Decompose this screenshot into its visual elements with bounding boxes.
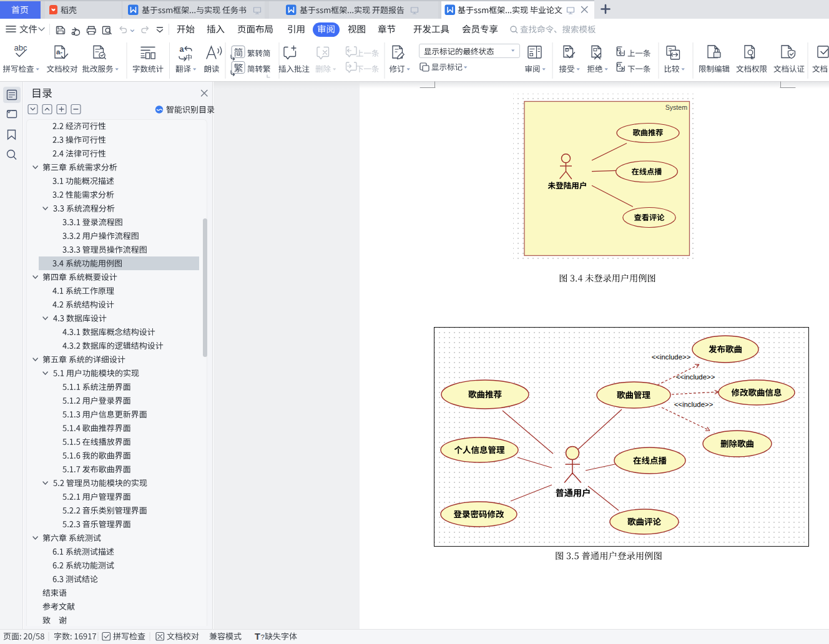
svg-text:a: a (180, 45, 185, 54)
svg-text:?: ? (261, 633, 265, 641)
svg-text:<<include>>: <<include>> (652, 353, 691, 361)
svg-text:<<include>>: <<include>> (674, 401, 714, 408)
svg-text:System: System (665, 104, 687, 111)
svg-text:<<include>>: <<include>> (676, 373, 715, 381)
svg-text:a-: a- (56, 48, 62, 56)
svg-text:abc: abc (14, 43, 27, 52)
svg-text:T: T (255, 632, 260, 642)
